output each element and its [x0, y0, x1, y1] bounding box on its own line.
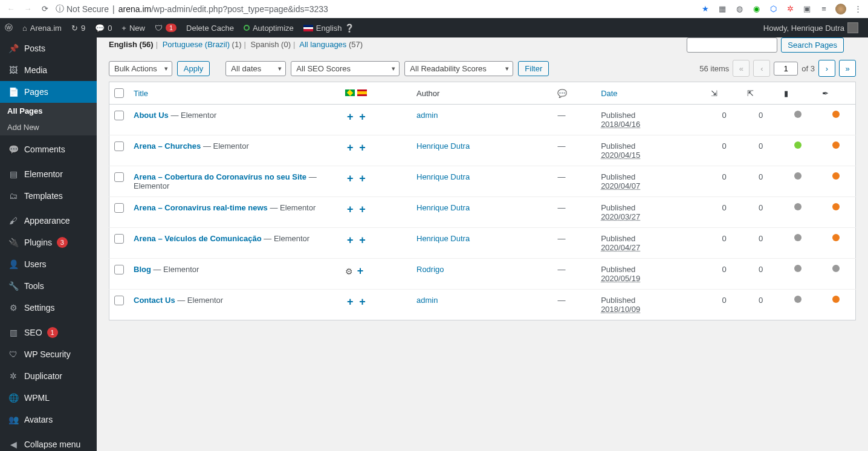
- site-link[interactable]: ⌂ Arena.im: [18, 18, 66, 37]
- browser-toolbar: ← → ⟳ ⓘ Not Secure | arena.im/wp-admin/e…: [0, 0, 868, 18]
- language-switch[interactable]: English ❔: [299, 18, 360, 37]
- wp-logo[interactable]: ⓦ: [0, 18, 18, 37]
- howdy-user[interactable]: Howdy, Henrique Dutra: [759, 18, 863, 37]
- star-icon[interactable]: ★: [700, 4, 711, 15]
- cast-icon[interactable]: ▣: [802, 4, 812, 15]
- notifications[interactable]: 🛡 1: [150, 18, 181, 37]
- address-bar[interactable]: ⓘ Not Secure | arena.im/wp-admin/edit.ph…: [56, 4, 695, 15]
- delete-cache[interactable]: Delete Cache: [181, 18, 239, 37]
- ext-icon-1[interactable]: ▦: [717, 4, 728, 15]
- security-indicator: ⓘ Not Secure: [56, 4, 109, 15]
- profile-avatar[interactable]: [835, 4, 846, 15]
- ext-icon-5[interactable]: ✲: [785, 4, 795, 15]
- ext-icon-3[interactable]: ◉: [751, 4, 762, 15]
- ext-icon-2[interactable]: ◍: [734, 4, 745, 15]
- autoptimize[interactable]: Autoptimize: [239, 18, 299, 37]
- reload-button[interactable]: ⟳: [39, 3, 51, 15]
- playlist-icon[interactable]: ≡: [818, 4, 829, 15]
- wp-admin-bar: ⓦ ⌂ Arena.im ↻ 9 💬 0 + New 🛡 1 Delete Ca…: [0, 18, 868, 37]
- new-link[interactable]: + New: [117, 18, 150, 37]
- menu-icon[interactable]: ⋮: [852, 4, 863, 15]
- ext-icon-4[interactable]: ⬡: [768, 4, 779, 15]
- updates-link[interactable]: ↻ 9: [66, 18, 90, 37]
- back-button[interactable]: ←: [5, 3, 17, 15]
- comments-link[interactable]: 💬 0: [90, 18, 117, 37]
- forward-button[interactable]: →: [22, 3, 34, 15]
